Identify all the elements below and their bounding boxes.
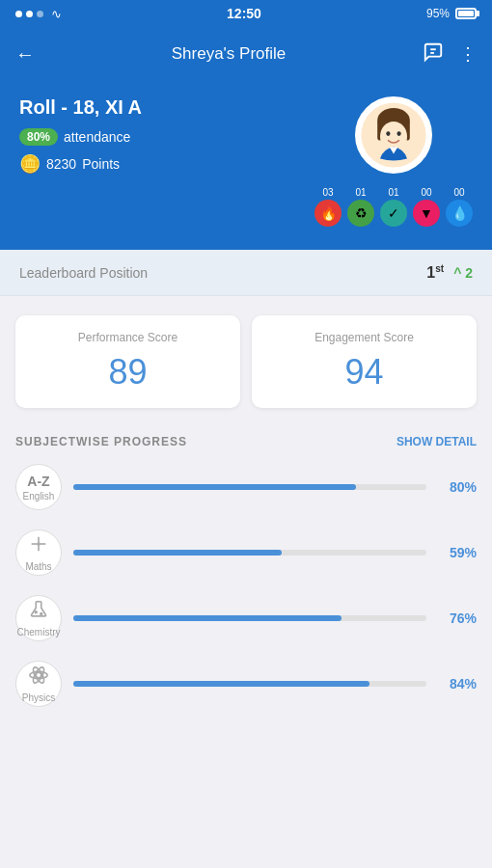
physics-percent: 84% — [438, 676, 477, 692]
badge-fire-count: 03 — [322, 187, 333, 198]
maths-progress-track — [73, 550, 426, 556]
badge-teal-count: 01 — [388, 187, 398, 198]
rank-value: 1st — [426, 263, 444, 282]
maths-percent: 59% — [438, 545, 477, 560]
subjectwise-section: SUBJECTWISE PROGRESS SHOW DETAIL A-Z Eng… — [0, 427, 492, 742]
status-bar: ∿ 12:50 95% — [0, 0, 492, 27]
physics-label: Physics — [22, 692, 55, 703]
performance-value: 89 — [31, 352, 225, 393]
svg-point-6 — [380, 122, 407, 151]
profile-section: Roll - 18, XI A 80% attendance 🪙 8230 Po… — [0, 81, 492, 250]
header-icons: ⋮ — [423, 41, 477, 68]
show-detail-button[interactable]: SHOW DETAIL — [396, 435, 477, 448]
performance-label: Performance Score — [31, 331, 225, 344]
battery-icon — [455, 8, 477, 19]
header: ← Shreya's Profile ⋮ — [0, 27, 492, 81]
badges-row: 03 🔥 01 ♻ 01 ✓ 00 ▼ 00 💧 — [314, 187, 473, 227]
points-value: 8230 — [46, 156, 76, 172]
more-icon[interactable]: ⋮ — [459, 43, 477, 65]
avatar-section: 03 🔥 01 ♻ 01 ✓ 00 ▼ 00 💧 — [314, 96, 473, 227]
maths-icon — [28, 533, 49, 559]
leaderboard-label: Leaderboard Position — [19, 265, 148, 281]
badge-pink: 00 ▼ — [413, 187, 440, 227]
chemistry-percent: 76% — [438, 610, 477, 626]
physics-icon — [28, 665, 49, 691]
badge-fire: 03 🔥 — [314, 187, 342, 227]
maths-progress-section — [73, 550, 426, 556]
badge-pink-count: 00 — [421, 187, 431, 198]
rank-change: ^ 2 — [453, 265, 473, 281]
english-progress-fill — [73, 484, 356, 490]
rank-number: 1 — [426, 264, 435, 281]
english-icon-wrap: A-Z English — [15, 464, 62, 510]
badge-teal: 01 ✓ — [380, 187, 407, 227]
subject-row-english: A-Z English 80% — [15, 464, 477, 510]
rank-suffix: st — [435, 263, 444, 274]
maths-label: Maths — [25, 561, 51, 572]
english-label: English — [23, 491, 55, 502]
badge-teal-circle: ✓ — [380, 200, 407, 227]
engagement-card: Engagement Score 94 — [252, 315, 477, 408]
signal-dot-2 — [26, 11, 33, 17]
english-percent: 80% — [438, 479, 477, 495]
badge-green-circle: ♻ — [347, 200, 374, 227]
english-progress-section — [73, 484, 426, 490]
physics-progress-fill — [73, 681, 369, 687]
badge-pink-circle: ▼ — [413, 200, 440, 227]
chemistry-label: Chemistry — [16, 627, 60, 637]
maths-icon-wrap: Maths — [15, 529, 62, 576]
svg-point-7 — [386, 131, 390, 136]
subject-row-chemistry: Chemistry 76% — [15, 595, 477, 641]
points-row: 🪙 8230 Points — [19, 153, 314, 175]
svg-point-14 — [41, 613, 42, 615]
points-label: Points — [82, 156, 120, 172]
english-progress-track — [73, 484, 426, 490]
badge-fire-circle: 🔥 — [314, 200, 342, 227]
badge-green-count: 01 — [355, 187, 366, 198]
back-button[interactable]: ← — [15, 43, 35, 66]
attendance-badge: 80% — [19, 128, 58, 146]
coins-icon: 🪙 — [19, 153, 41, 175]
svg-point-15 — [36, 673, 41, 679]
status-right: 95% — [426, 7, 477, 20]
subjectwise-title: SUBJECTWISE PROGRESS — [15, 435, 187, 448]
badge-blue: 00 💧 — [446, 187, 473, 227]
status-left: ∿ — [15, 7, 62, 21]
engagement-value: 94 — [267, 352, 461, 393]
physics-progress-track — [73, 681, 426, 687]
attendance-label: attendance — [64, 129, 130, 145]
avatar — [355, 96, 432, 174]
badge-blue-circle: 💧 — [446, 200, 473, 227]
attendance-row: 80% attendance — [19, 128, 314, 146]
chemistry-progress-section — [73, 615, 426, 621]
maths-progress-fill — [73, 550, 282, 556]
svg-point-11 — [38, 543, 40, 545]
chemistry-progress-track — [73, 615, 426, 621]
subject-row-maths: Maths 59% — [15, 529, 477, 576]
battery-fill — [458, 11, 474, 16]
svg-point-8 — [397, 131, 401, 136]
badge-green: 01 ♻ — [347, 187, 374, 227]
chat-icon[interactable] — [423, 41, 444, 68]
leaderboard-right: 1st ^ 2 — [426, 263, 473, 282]
chemistry-icon — [28, 599, 49, 625]
engagement-label: Engagement Score — [267, 331, 461, 344]
performance-card: Performance Score 89 — [15, 315, 240, 408]
chemistry-progress-fill — [73, 615, 342, 621]
physics-icon-wrap: Physics — [15, 661, 62, 707]
score-cards: Performance Score 89 Engagement Score 94 — [0, 296, 492, 427]
physics-progress-section — [73, 681, 426, 687]
chemistry-icon-wrap: Chemistry — [15, 595, 62, 641]
leaderboard-bar: Leaderboard Position 1st ^ 2 — [0, 250, 492, 296]
status-time: 12:50 — [227, 6, 261, 21]
subject-row-physics: Physics 84% — [15, 661, 477, 707]
english-icon: A-Z — [27, 474, 49, 489]
profile-info: Roll - 18, XI A 80% attendance 🪙 8230 Po… — [19, 96, 314, 175]
wifi-icon: ∿ — [51, 7, 62, 21]
svg-point-13 — [35, 611, 37, 613]
header-title: Shreya's Profile — [172, 44, 287, 64]
badge-blue-count: 00 — [453, 187, 464, 198]
subjectwise-header: SUBJECTWISE PROGRESS SHOW DETAIL — [15, 427, 477, 464]
signal-dot-3 — [37, 11, 43, 17]
signal-dot-1 — [15, 11, 22, 17]
